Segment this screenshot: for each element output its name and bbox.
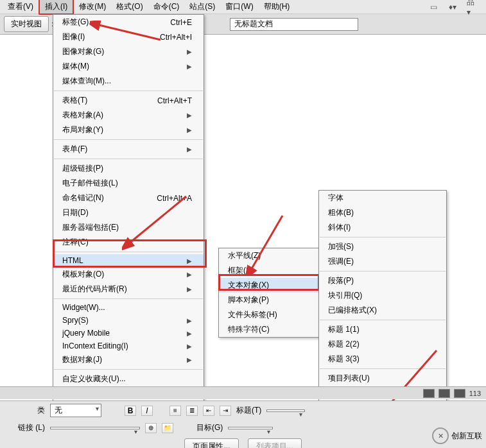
menu-item-label: 模板对象(O) bbox=[62, 269, 104, 280]
menu-item-label: 图像(I) bbox=[62, 31, 85, 42]
menu-item-label: 超级链接(P) bbox=[62, 163, 103, 174]
insert-item-27[interactable]: 数据对象(J)▶ bbox=[53, 352, 204, 367]
menu-item-label: 表格对象(A) bbox=[62, 110, 103, 121]
insert-item-6[interactable]: 表格(T)Ctrl+Alt+T bbox=[53, 93, 204, 108]
italic-button[interactable]: I bbox=[141, 406, 153, 416]
page-properties-button[interactable]: 页面属性... bbox=[184, 438, 238, 448]
tablet-icon[interactable] bbox=[438, 389, 450, 398]
menu-item-label: 块引用(Q) bbox=[328, 290, 362, 301]
menu-site[interactable]: 站点(S) bbox=[184, 0, 220, 13]
desktop-icon[interactable] bbox=[454, 389, 465, 398]
menu-modify[interactable]: 修改(M) bbox=[74, 0, 111, 13]
menu-insert[interactable]: 插入(I) bbox=[39, 0, 74, 15]
menu-item-label: Spry(S) bbox=[62, 316, 89, 325]
menu-help[interactable]: 帮助(H) bbox=[259, 0, 295, 13]
textobj-item-7[interactable]: 段落(P) bbox=[319, 273, 446, 288]
insert-item-25[interactable]: jQuery Mobile▶ bbox=[53, 327, 204, 340]
target-select[interactable] bbox=[228, 427, 273, 429]
menu-shortcut: Ctrl+Alt+T bbox=[157, 96, 192, 105]
insert-item-2[interactable]: 图像对象(G)▶ bbox=[53, 44, 204, 59]
textobj-item-2[interactable]: 斜体(I) bbox=[319, 220, 446, 235]
insert-item-8[interactable]: 布局对象(Y)▶ bbox=[53, 123, 204, 137]
link-point-icon[interactable]: ⊕ bbox=[145, 423, 157, 433]
menu-shortcut: Ctrl+Alt+A bbox=[157, 194, 192, 203]
insert-item-20[interactable]: 模板对象(O)▶ bbox=[53, 267, 204, 282]
submenu-arrow-icon: ▶ bbox=[187, 271, 192, 278]
textobj-item-15[interactable]: 项目列表(U) bbox=[319, 371, 446, 386]
textobj-item-4[interactable]: 加强(S) bbox=[319, 239, 446, 254]
insert-item-29[interactable]: 自定义收藏夹(U)... bbox=[53, 372, 204, 386]
list-item-button[interactable]: 列表项目... bbox=[248, 438, 302, 448]
insert-item-7[interactable]: 表格对象(A)▶ bbox=[53, 108, 204, 123]
watermark-logo: ✕ 创新互联 bbox=[432, 427, 482, 444]
insert-item-0[interactable]: 标签(G)...Ctrl+E bbox=[53, 15, 204, 30]
indent-button[interactable]: ⇥ bbox=[220, 406, 231, 416]
menu-item-label: 框架(S) bbox=[228, 265, 254, 276]
menu-command[interactable]: 命令(C) bbox=[148, 0, 185, 13]
ol-button[interactable]: ≣ bbox=[186, 406, 198, 416]
insert-item-23[interactable]: Widget(W)... bbox=[53, 301, 204, 314]
menu-item-label: 字体 bbox=[328, 193, 343, 203]
insert-item-1[interactable]: 图像(I)Ctrl+Alt+I bbox=[53, 30, 204, 44]
ul-button[interactable]: ≡ bbox=[169, 406, 181, 416]
textobj-item-0[interactable]: 字体 bbox=[319, 191, 446, 205]
textobj-item-1[interactable]: 粗体(B) bbox=[319, 205, 446, 220]
insert-item-13[interactable]: 电子邮件链接(L) bbox=[53, 176, 204, 191]
insert-item-10[interactable]: 表单(F)▶ bbox=[53, 142, 204, 157]
menu-item-label: 标题 3(3) bbox=[328, 354, 360, 365]
logo-text: 创新互联 bbox=[451, 431, 482, 442]
textobj-item-9[interactable]: 已编排格式(X) bbox=[319, 303, 446, 318]
menu-item-label: 标题 2(2) bbox=[328, 339, 360, 350]
menu-item-label: 水平线(Z) bbox=[228, 250, 261, 261]
device-icon[interactable] bbox=[423, 389, 435, 398]
size-readout: 113 bbox=[469, 390, 481, 397]
menu-item-label: 文件头标签(H) bbox=[228, 309, 277, 320]
outdent-button[interactable]: ⇤ bbox=[203, 406, 214, 416]
menu-item-label: 图像对象(G) bbox=[62, 46, 104, 57]
submenu-arrow-icon: ▶ bbox=[187, 317, 192, 324]
insert-item-14[interactable]: 命名锚记(N)Ctrl+Alt+A bbox=[53, 191, 204, 205]
link-browse-icon[interactable]: 📁 bbox=[162, 423, 173, 433]
menu-shortcut: Ctrl+E bbox=[170, 18, 192, 27]
menu-item-label: jQuery Mobile bbox=[62, 329, 110, 338]
live-view-button[interactable]: 实时视图 bbox=[4, 16, 49, 32]
document-title-input[interactable] bbox=[230, 18, 358, 31]
menu-item-label: 斜体(I) bbox=[328, 222, 351, 233]
menu-item-label: 段落(P) bbox=[328, 275, 354, 286]
submenu-arrow-icon: ▶ bbox=[187, 286, 192, 293]
link-select[interactable] bbox=[50, 427, 140, 429]
insert-item-19[interactable]: HTML▶ bbox=[53, 254, 204, 267]
heading-select[interactable] bbox=[266, 409, 305, 412]
menu-item-label: 已编排格式(X) bbox=[328, 305, 377, 316]
submenu-arrow-icon: ▶ bbox=[187, 257, 192, 264]
class-select[interactable]: 无 bbox=[50, 404, 101, 417]
insert-item-17[interactable]: 注释(C) bbox=[53, 235, 204, 250]
menu-view[interactable]: 查看(V) bbox=[3, 0, 39, 13]
textobj-item-8[interactable]: 块引用(Q) bbox=[319, 288, 446, 303]
textobj-item-11[interactable]: 标题 1(1) bbox=[319, 322, 446, 337]
bold-button[interactable]: B bbox=[125, 406, 136, 416]
insert-item-26[interactable]: InContext Editing(I)▶ bbox=[53, 340, 204, 352]
textobj-item-12[interactable]: 标题 2(2) bbox=[319, 337, 446, 352]
submenu-arrow-icon: ▶ bbox=[187, 126, 192, 134]
insert-item-21[interactable]: 最近的代码片断(R)▶ bbox=[53, 282, 204, 297]
dropdown-icon[interactable]: ♦▾ bbox=[447, 2, 458, 12]
menu-item-label: 自定义收藏夹(U)... bbox=[62, 374, 126, 384]
textobj-item-13[interactable]: 标题 3(3) bbox=[319, 352, 446, 366]
textobj-item-5[interactable]: 强调(E) bbox=[319, 254, 446, 269]
layout-icon[interactable]: ▭ bbox=[428, 2, 438, 12]
submenu-arrow-icon: ▶ bbox=[187, 330, 192, 337]
insert-item-12[interactable]: 超级链接(P) bbox=[53, 161, 204, 176]
insert-item-16[interactable]: 服务器端包括(E) bbox=[53, 220, 204, 235]
menu-item-label: 粗体(B) bbox=[328, 207, 354, 218]
submenu-arrow-icon: ▶ bbox=[187, 146, 192, 153]
insert-item-24[interactable]: Spry(S)▶ bbox=[53, 314, 204, 327]
menu-window[interactable]: 窗口(W) bbox=[220, 0, 258, 13]
menu-format[interactable]: 格式(O) bbox=[111, 0, 148, 13]
insert-dropdown: 标签(G)...Ctrl+E图像(I)Ctrl+Alt+I图像对象(G)▶媒体(… bbox=[53, 14, 204, 402]
menu-item-label: 最近的代码片断(R) bbox=[62, 284, 127, 295]
insert-item-4[interactable]: 媒体查询(M)... bbox=[53, 74, 204, 89]
insert-item-3[interactable]: 媒体(M)▶ bbox=[53, 59, 204, 74]
tree-icon[interactable]: 品▾ bbox=[467, 2, 477, 12]
insert-item-15[interactable]: 日期(D) bbox=[53, 205, 204, 220]
